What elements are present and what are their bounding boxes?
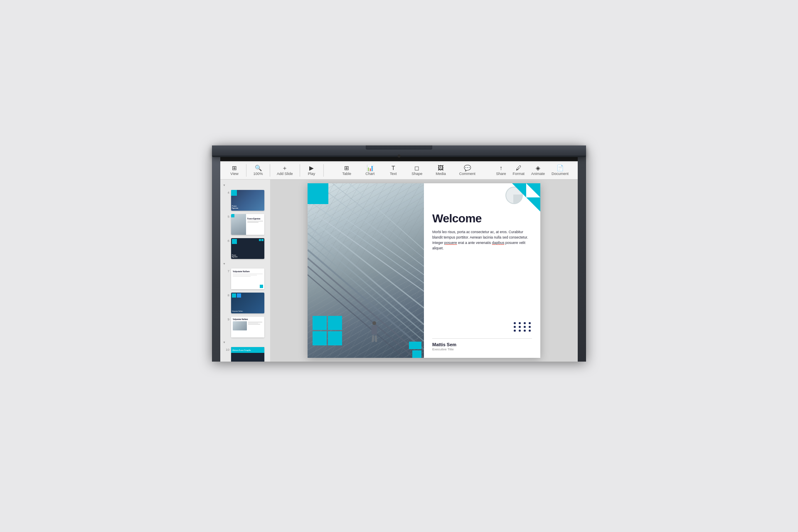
chevron-down-icon: ▼ — [223, 184, 226, 187]
animate-icon: ◈ — [536, 165, 540, 171]
share-button[interactable]: ↑ Share — [493, 164, 508, 177]
add-slide-label: Add Slide — [277, 172, 293, 176]
format-button[interactable]: 🖊 Format — [510, 164, 527, 177]
slide-photo — [308, 183, 424, 358]
screen-content: ⊞ View 🔍 100% ＋ — [220, 161, 578, 362]
slide-item-10[interactable]: 10 Ultrices Fusce Fringilla — [223, 346, 268, 362]
svg-line-3 — [308, 200, 424, 283]
slide-right-panel: Welcome Morbi leo risus, porta ac consec… — [424, 183, 540, 358]
toolbar: ⊞ View 🔍 100% ＋ — [220, 161, 578, 180]
speaker-name: Mattis Sem — [432, 342, 532, 347]
svg-line-9 — [349, 183, 424, 250]
view-button[interactable]: ⊞ View — [227, 164, 242, 177]
share-label: Share — [496, 172, 506, 176]
person-figure — [372, 321, 377, 342]
animate-button[interactable]: ◈ Animate — [529, 164, 547, 177]
comment-label: Comment — [459, 172, 475, 176]
main-area: ▼ 4 FusceEgestas — [220, 180, 578, 362]
slide-item-5[interactable]: 5 Fusce Egestas — [223, 213, 268, 236]
toolbar-zoom-group: 🔍 100% — [246, 164, 270, 177]
view-icon: ⊞ — [232, 165, 237, 171]
media-icon: 🖼 — [438, 165, 443, 171]
chart-label: Chart — [365, 172, 374, 176]
canvas-area: Welcome Morbi leo risus, porta ac consec… — [270, 180, 578, 362]
teal-corner-blocks — [409, 339, 424, 358]
play-label: Play — [308, 172, 315, 176]
zoom-button[interactable]: 🔍 100% — [251, 164, 266, 177]
slide-item-8[interactable]: 8 Vulputate Nullam — [223, 292, 268, 314]
slide-left-panel — [308, 183, 424, 358]
chevron-down-icon-3: ▼ — [223, 341, 226, 344]
toolbar-play-group: ▶ Play — [300, 164, 324, 177]
laptop-hinge — [366, 145, 432, 150]
comment-button[interactable]: 💬 Comment — [457, 164, 478, 177]
format-label: Format — [512, 172, 525, 176]
section-header-group3[interactable]: ▼ — [223, 340, 268, 345]
screen-bezel: ⊞ View 🔍 100% ＋ — [220, 152, 578, 362]
slide-item-4[interactable]: 4 FusceEgestas — [223, 189, 268, 212]
play-button[interactable]: ▶ Play — [304, 164, 319, 177]
zoom-label: 100% — [253, 172, 263, 176]
laptop-frame: ⊞ View 🔍 100% ＋ — [212, 145, 586, 362]
zoom-icon: 🔍 — [255, 165, 262, 171]
slide-item-6[interactable]: 6 FusceEgestas — [223, 237, 268, 260]
speaker-title: Executive Title — [432, 347, 532, 351]
play-icon: ▶ — [309, 165, 314, 171]
chart-icon: 📊 — [367, 165, 374, 171]
slide-thumb-4[interactable]: FusceEgestas — [231, 190, 264, 211]
chevron-down-icon-2: ▼ — [223, 262, 226, 265]
teal-blocks-lower — [313, 316, 342, 345]
underline-word-2: dapibus — [492, 241, 505, 245]
slide-thumb-6[interactable]: FusceEgestas — [231, 238, 264, 259]
add-slide-button[interactable]: ＋ Add Slide — [274, 164, 296, 177]
toolbar-right-group: ↑ Share 🖊 Format ◈ Animate — [493, 164, 571, 177]
slide-item-9[interactable]: 9 Vulputate Nullam — [223, 316, 268, 338]
svg-line-1 — [308, 208, 424, 291]
slide-item-7[interactable]: 7 Vulputate Nullam — [223, 268, 268, 290]
add-slide-icon: ＋ — [282, 165, 288, 171]
table-icon: ⊞ — [344, 165, 349, 171]
welcome-title: Welcome — [432, 212, 532, 225]
table-button[interactable]: ⊞ Table — [339, 164, 354, 177]
section-header-4[interactable]: ▼ — [223, 183, 268, 187]
toolbar-view-group: ⊞ View — [227, 164, 246, 177]
table-label: Table — [342, 172, 351, 176]
comment-icon: 💬 — [464, 165, 471, 171]
welcome-body-text: Morbi leo risus, porta ac consectetur ac… — [432, 229, 532, 322]
text-label: Text — [390, 172, 397, 176]
chart-button[interactable]: 📊 Chart — [362, 164, 377, 177]
shape-label: Shape — [411, 172, 422, 176]
svg-line-2 — [308, 225, 424, 325]
main-slide-canvas[interactable]: Welcome Morbi leo risus, porta ac consec… — [308, 183, 540, 358]
slide-thumb-10[interactable]: Ultrices Fusce Fringilla — [231, 347, 264, 362]
text-button[interactable]: T Text — [386, 164, 401, 177]
view-label: View — [230, 172, 238, 176]
teal-triangles-decoration — [511, 183, 540, 212]
slide-thumb-7[interactable]: Vulputate Nullam — [231, 268, 264, 289]
shape-icon: ◻ — [414, 165, 419, 171]
text-icon: T — [392, 165, 395, 171]
dot-grid-decoration — [514, 322, 532, 332]
slide-panel[interactable]: ▼ 4 FusceEgestas — [220, 180, 270, 362]
document-button[interactable]: 📄 Document — [549, 164, 571, 177]
laptop-mockup: ⊞ View 🔍 100% ＋ — [212, 145, 586, 387]
share-icon: ↑ — [500, 165, 502, 171]
slide-thumb-8[interactable]: Vulputate Nullam — [231, 293, 264, 313]
camera-notch — [398, 155, 401, 158]
media-label: Media — [436, 172, 446, 176]
slide-thumb-5[interactable]: Fusce Egestas — [231, 214, 264, 235]
media-button[interactable]: 🖼 Media — [433, 164, 448, 177]
toolbar-addslide-group: ＋ Add Slide — [270, 164, 300, 177]
teal-topleft-block — [308, 183, 328, 204]
format-icon: 🖊 — [516, 165, 522, 171]
document-label: Document — [552, 172, 569, 176]
shape-button[interactable]: ◻ Shape — [409, 164, 425, 177]
animate-label: Animate — [531, 172, 545, 176]
section-header-group2[interactable]: ▼ — [223, 261, 268, 266]
underline-word-1: posuere — [444, 241, 457, 245]
slide-thumb-9[interactable]: Vulputate Nullam — [231, 317, 264, 337]
speaker-info: Mattis Sem Executive Title — [432, 338, 532, 351]
toolbar-insert-group: ⊞ Table 📊 Chart T Text — [324, 164, 494, 177]
laptop-screen-body: ⊞ View 🔍 100% ＋ — [212, 145, 586, 366]
document-icon: 📄 — [557, 165, 564, 171]
